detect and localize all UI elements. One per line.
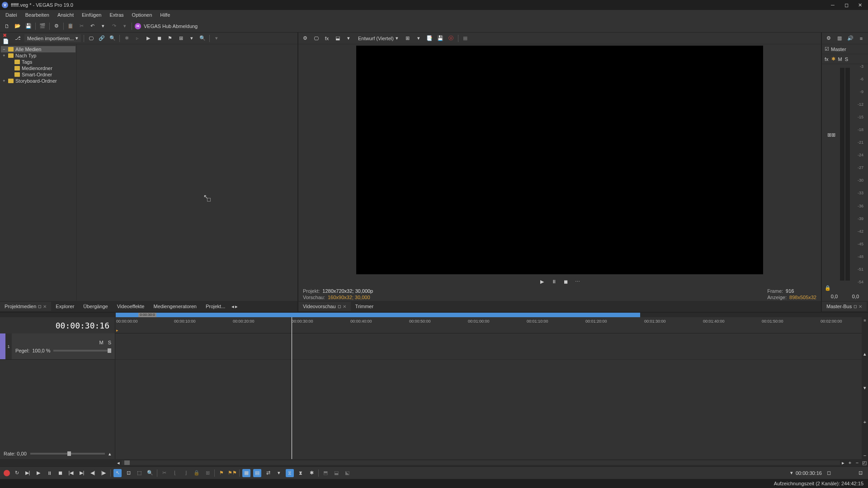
envelope-tool[interactable]: ⊡ [124,469,132,477]
hscroll-track[interactable] [122,460,840,465]
snap-button[interactable]: ▦ [242,469,250,477]
mixer-options-button[interactable]: ≡ [857,34,865,42]
menu-optionen[interactable]: Optionen [128,11,156,19]
track-header-1[interactable]: 1 M S Pegel: 100,0 % [0,333,115,360]
timeline-timecode[interactable]: 00:00:30:16 [0,317,115,333]
rate-menu-button[interactable]: ▴ [108,451,111,457]
view-mode-button[interactable]: ⊞ [177,34,185,42]
vzoom-out[interactable]: − [862,453,868,458]
get-media-button[interactable]: 🔗 [98,34,106,42]
view-dropdown[interactable]: ▾ [188,34,196,42]
capture-button[interactable]: 🖵 [87,34,95,42]
grid-dropdown[interactable]: ▾ [415,34,423,42]
media-fx-button[interactable]: 🔍 [108,34,117,42]
maximize-button[interactable]: ◻ [844,2,849,8]
split-screen-button[interactable]: ⬓ [334,34,342,42]
playhead[interactable] [292,317,292,459]
pause-button[interactable]: ⏸ [45,469,53,477]
crossfade-options-button[interactable]: ⧗ [297,469,305,477]
loop-marker[interactable]: 0:00:30:0 [138,313,156,317]
play-button[interactable]: ▶ [34,469,42,477]
fx-automation-button[interactable]: ✱ [307,469,316,477]
remove-media-button[interactable]: ✖📄 [3,34,11,42]
open-button[interactable]: 📂 [14,22,22,30]
volume-slider[interactable] [53,350,111,352]
play-start-button[interactable]: ▶| [24,469,32,477]
track-solo-button[interactable]: S [108,340,111,345]
hscroll-thumb[interactable] [124,460,130,465]
master-mute-button[interactable]: M [838,56,842,62]
menu-bearbeiten[interactable]: Bearbeiten [22,11,53,19]
master-lock-icon[interactable]: 🔒 [825,285,831,291]
external-monitor-button[interactable]: 🖵 [312,34,320,42]
preview-play-button[interactable]: ▶ [538,277,546,286]
hzoom-in[interactable]: + [846,460,854,465]
import-media-button[interactable]: Medien importieren... ▾ [24,34,81,42]
timeline-ruler[interactable]: ▸ 00:00:00:00 00:00:10:00 00:00:20:00 00… [115,317,862,333]
tab-master-bus[interactable]: Master-Bus◻✕ [822,302,867,311]
menu-einfuegen[interactable]: Einfügen [78,11,105,19]
tree-tags[interactable]: Tags [1,59,75,65]
rate-slider[interactable] [30,453,105,455]
tree-smart-ordner[interactable]: Smart-Ordner [1,71,75,78]
media-play-button[interactable]: ▶ [144,34,152,42]
mixer-props-button[interactable]: ⚙ [825,34,833,42]
auto-crossfade-button[interactable]: ⧖ [286,469,294,477]
tab-projektnotizen[interactable]: Projekt... [201,302,230,311]
mixer-downmix-button[interactable]: 🔊 [846,34,854,42]
menu-extras[interactable]: Extras [106,11,127,19]
normal-edit-tool[interactable]: ↖ [113,469,122,477]
transport-timecode[interactable]: 00:00:30:16 [796,470,822,476]
copy-snapshot-button[interactable]: 📑 [425,34,434,42]
media-grid[interactable]: ↖ [77,44,297,301]
selection-tool[interactable]: ⬚ [135,469,143,477]
stop-button[interactable]: ◼ [56,469,64,477]
prev-frame-button[interactable]: ◀| [89,469,97,477]
vscroll-down[interactable]: ▾ [862,385,868,391]
master-auto-button[interactable]: ✱ [831,56,835,62]
vzoom-in[interactable]: + [862,419,868,425]
meter-link-icon[interactable]: ⊞⊞ [827,132,835,138]
next-frame-button[interactable]: |▶ [99,469,108,477]
video-fx-button[interactable]: fx [323,34,331,42]
tab-videovorschau[interactable]: Videovorschau◻✕ [298,302,351,311]
preview-stop-button[interactable]: ◼ [561,277,570,286]
ripple-dropdown[interactable]: ▾ [275,469,283,477]
auto-ripple-button[interactable]: ⇄ [264,469,272,477]
tree-medienordner[interactable]: Medienordner [1,65,75,71]
undo-button[interactable]: ↶ [88,22,96,30]
zoom-fit[interactable]: ◰ [861,460,868,466]
track-mute-button[interactable]: M [99,340,103,345]
save-button[interactable]: 💾 [24,22,33,30]
timecode-options-button[interactable]: ◻ [825,469,833,477]
timeline-options-button[interactable]: ≡ [862,318,868,323]
split-dropdown[interactable]: ▾ [344,34,353,42]
go-end-button[interactable]: ▶| [78,469,86,477]
undo-dropdown[interactable]: ▾ [99,22,107,30]
tree-nach-typ[interactable]: +Nach Typ [1,52,75,59]
render-button[interactable]: 🎬 [38,22,47,30]
grid-button[interactable]: ⊞ [404,34,412,42]
new-button[interactable]: 🗋 [3,22,11,30]
menu-hilfe[interactable]: Hilfe [156,11,174,19]
zoom-tool[interactable]: 🔍 [146,469,154,477]
menu-ansicht[interactable]: Ansicht [54,11,77,19]
media-flag-button[interactable]: ⚑ [166,34,174,42]
ruler-marker-icon[interactable]: ▸ [116,328,118,333]
hub-label[interactable]: VEGAS Hub Abmeldung [144,23,198,29]
hscroll-left[interactable]: ◂ [115,460,122,466]
close-button[interactable]: ✕ [857,2,863,8]
hscroll-right[interactable]: ▸ [840,460,846,466]
tab-uebergaenge[interactable]: Übergänge [79,302,112,311]
quality-dropdown[interactable]: Entwurf (Viertel)▾ [355,34,401,42]
loop-bar[interactable]: 0:00:30:0 [0,313,868,317]
tab-videoeffekte[interactable]: Videoeffekte [113,302,149,311]
region-button[interactable]: ⚑⚑ [228,469,236,477]
tab-explorer[interactable]: Explorer [51,302,79,311]
hub-icon[interactable]: H [135,23,141,29]
loop-region[interactable] [116,313,640,317]
vscroll-up[interactable]: ▴ [862,351,868,357]
preview-pause-button[interactable]: ⏸ [550,277,558,286]
tab-scroll-right[interactable]: ▸ [235,304,238,310]
search-button[interactable]: 🔍 [198,34,207,42]
